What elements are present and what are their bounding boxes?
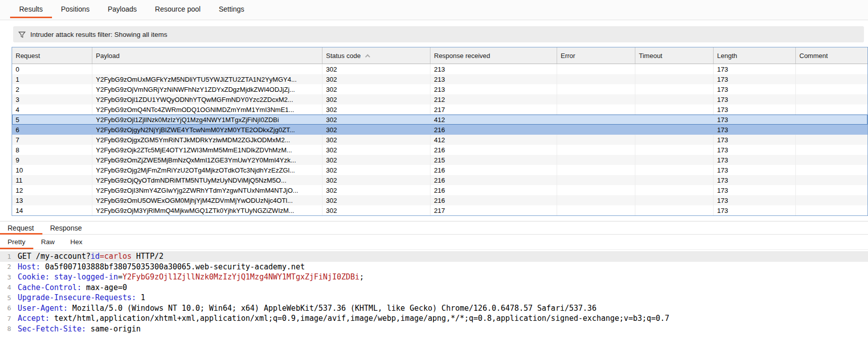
cell-comment [796,195,867,205]
table-header: Request Payload Status code Response rec… [12,47,867,64]
tab-resource-pool[interactable]: Resource pool [146,0,209,18]
cell-length: 173 [714,115,796,124]
cell-timeout [635,135,714,145]
tab-response[interactable]: Response [42,221,90,234]
cell-comment [796,74,867,84]
table-row[interactable]: 8 Y2FybG9zOjk2ZTc5MjE4OTY1ZWI3MmM5MmE1ND… [12,145,867,155]
cell-timeout [635,74,714,84]
cell-response: 216 [430,175,557,185]
cell-timeout [635,165,714,175]
cell-status: 302 [322,155,430,165]
line-number: 2 [0,263,11,270]
table-row[interactable]: 2 Y2FybG9zOjVmNGRjYzNiNWFhNzY1ZDYxZDgzMj… [12,84,867,94]
cell-payload: Y2FybG9zOjgxZGM5YmRiNTJkMDRkYzlwMDM2ZGJk… [92,135,322,145]
cell-length: 173 [714,165,796,175]
column-header-payload[interactable]: Payload [92,47,322,64]
table-row[interactable]: 3 Y2FybG9zOjl1ZDU1YWQyODNhYTQwMGFmNDY0Yz… [12,94,867,104]
column-header-comment[interactable]: Comment [796,47,867,64]
column-header-error[interactable]: Error [557,47,635,64]
line-number: 8 [0,325,11,332]
cell-error [557,165,635,175]
cell-length: 173 [714,205,796,215]
cell-response: 216 [430,185,557,195]
cell-response: 216 [430,125,557,135]
tab-payloads[interactable]: Payloads [99,0,146,18]
cell-error [557,135,635,145]
cell-request: 11 [12,175,92,185]
cell-payload: Y2FybG9zOmZjZWE5MjBmNzQxMmI1ZGE3YmUwY2Y0… [92,155,322,165]
cell-payload: Y2FybG9zOjVmNGRjYzNiNWFhNzY1ZDYxZDgzMjdk… [92,84,322,94]
tab-request[interactable]: Request [0,221,42,234]
cell-comment [796,64,867,74]
cell-timeout [635,195,714,205]
cell-comment [796,145,867,155]
cell-error [557,195,635,205]
column-header-request[interactable]: Request [12,47,92,64]
column-header-timeout[interactable]: Timeout [635,47,714,64]
cell-payload: Y2FybG9zOjk2ZTc5MjE4OTY1ZWI3MmM5MmE1NDlk… [92,145,322,155]
cell-response: 412 [430,115,557,124]
line-number: 3 [0,273,11,281]
cell-payload: Y2FybG9zOmU5OWExOGM0MjhjYjM4ZDVmMjYwODUz… [92,195,322,205]
table-row[interactable]: 7 Y2FybG9zOjgxZGM5YmRiNTJkMDRkYzlwMDM2ZG… [12,135,867,145]
table-row[interactable]: 14 Y2FybG9zOjM3YjRlMmQ4MjkwMGQ1ZTk0YjhkY… [12,205,867,215]
cell-status: 302 [322,64,430,74]
column-header-response-received[interactable]: Response received [430,47,557,64]
cell-response: 212 [430,94,557,104]
cell-status: 302 [322,135,430,145]
code-text: Sec-Fetch-Site: same-origin [18,324,141,333]
request-editor[interactable]: 1 GET /my-account?id=carlos HTTP/2 2 Hos… [0,250,868,334]
tab-hex[interactable]: Hex [63,235,90,249]
cell-response: 216 [430,165,557,175]
table-row[interactable]: 12 Y2FybG9zOjI3NmY4ZGIwYjg2ZWRhYTdmYzgwN… [12,185,867,195]
table-row[interactable]: 10 Y2FybG9zOjg2MjFmZmRiYzU2OTg4MjkzOTdkO… [12,165,867,175]
code-line: 7 Accept: text/html,application/xhtml+xm… [0,313,868,324]
table-row-selected[interactable]: 6 Y2FybG9zOjgyN2NjYjBlZWE4YTcwNmM0YzM0YT… [12,125,867,135]
cell-payload: Y2FybG9zOjM3YjRlMmQ4MjkwMGQ1ZTk0YjhkYTUy… [92,205,322,215]
cell-status: 302 [322,125,430,135]
table-row[interactable]: 1 Y2FybG9zOmUxMGFkYzM5NDliYTU5YWJiZTU2ZT… [12,74,867,84]
cell-timeout [635,185,714,195]
code-text: User-Agent: Mozilla/5.0 (Windows NT 10.0… [18,304,596,313]
cell-payload: Y2FybG9zOjQyOTdmNDRiMTM5NTUyMzUyNDViMjQ5… [92,175,322,185]
cell-timeout [635,84,714,94]
cell-timeout [635,94,714,104]
code-line: 6 User-Agent: Mozilla/5.0 (Windows NT 10… [0,303,868,314]
cell-timeout [635,125,714,135]
tab-pretty[interactable]: Pretty [0,235,33,249]
table-row[interactable]: 0 302 213 173 [12,64,867,74]
cell-comment [796,175,867,185]
cell-comment [796,205,867,215]
cell-length: 173 [714,145,796,155]
cell-payload: Y2FybG9zOjg2MjFmZmRiYzU2OTg4MjkzOTdkOTc3… [92,165,322,175]
cell-request: 14 [12,205,92,215]
code-line: 4 Cache-Control: max-age=0 [0,283,868,293]
line-number: 4 [0,284,11,291]
column-header-status-code[interactable]: Status code [322,47,430,64]
code-line: 2 Host: 0a5f007103888bf38075035300a30065… [0,262,868,272]
cell-comment [796,165,867,175]
results-table: Request Payload Status code Response rec… [12,47,868,216]
column-header-length[interactable]: Length [714,47,796,64]
cell-error [557,94,635,104]
filter-funnel-icon [18,31,26,38]
sort-ascending-icon [365,54,370,59]
table-row[interactable]: 9 Y2FybG9zOmZjZWE5MjBmNzQxMmI1ZGE3YmUwY2… [12,155,867,165]
cell-length: 173 [714,175,796,185]
tab-positions[interactable]: Positions [52,0,99,18]
view-tab-bar: Pretty Raw Hex [0,235,868,250]
results-filter-bar[interactable]: Intruder attack results filter: Showing … [13,26,864,42]
filter-label: Intruder attack results filter: Showing … [30,31,168,38]
cell-length: 173 [714,195,796,205]
table-row-selected[interactable]: 5 Y2FybG9zOjl1ZjllNzk0MzIzYjQ1Mzg4NWY1MT… [12,115,867,125]
table-row[interactable]: 11 Y2FybG9zOjQyOTdmNDRiMTM5NTUyMzUyNDViM… [12,175,867,185]
tab-raw[interactable]: Raw [33,235,63,249]
cell-comment [796,94,867,104]
tab-settings[interactable]: Settings [209,0,253,18]
tab-results[interactable]: Results [10,0,52,18]
table-row[interactable]: 4 Y2FybG9zOmQ4NTc4ZWRmODQ1OGNlMDZmYmM1Ym… [12,104,867,115]
cell-status: 302 [322,205,430,215]
cell-payload: Y2FybG9zOmUxMGFkYzM5NDliYTU5YWJiZTU2ZTA1… [92,74,322,84]
cell-request: 0 [12,64,92,74]
table-row[interactable]: 13 Y2FybG9zOmU5OWExOGM0MjhjYjM4ZDVmMjYwO… [12,195,867,205]
